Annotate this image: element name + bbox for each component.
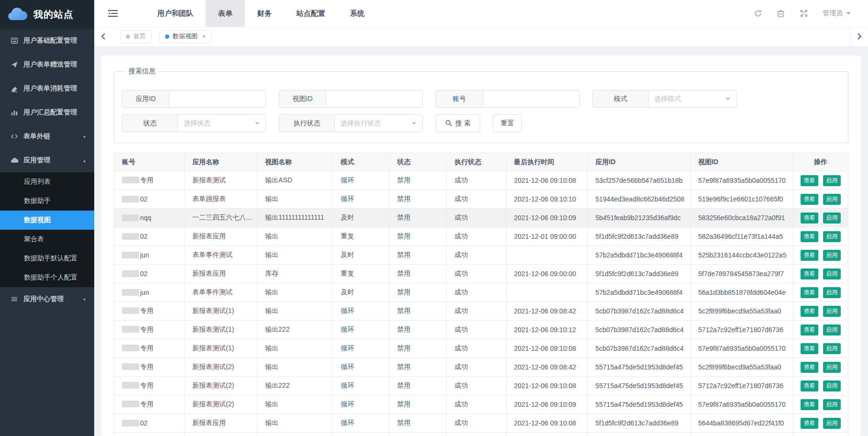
cell-actions: 查看 启用 — [793, 227, 848, 246]
enable-button[interactable]: 启用 — [823, 212, 841, 224]
sidebar-item-aggregate-table[interactable]: 聚合表 — [0, 230, 94, 249]
view-button[interactable]: 查看 — [801, 306, 818, 317]
reset-button[interactable]: 重置 — [493, 114, 522, 132]
view-button[interactable]: 查看 — [801, 231, 818, 242]
view-button[interactable]: 查看 — [801, 194, 818, 205]
cell-status: 禁用 — [389, 171, 447, 190]
top-menu-system[interactable]: 系统 — [338, 0, 377, 27]
enable-button[interactable]: 启用 — [823, 324, 841, 335]
enable-button[interactable]: 启用 — [823, 287, 841, 298]
sidebar-item-summary-config[interactable]: 用户汇总配置管理 — [0, 101, 94, 124]
view-button[interactable]: 查看 — [801, 175, 818, 186]
cell-view-name: 输出11111111111111 — [257, 209, 333, 227]
cell-view-name: 输出 — [257, 358, 333, 377]
exec-status-select[interactable]: 选择执行状态 — [335, 115, 422, 132]
cell-last-exec-time: 2021-12-06 09:10:08 — [506, 339, 587, 358]
cell-app-id: 5f1d5fc9f2d613c7add36e89 — [588, 227, 691, 246]
cell-account: 02 — [114, 265, 185, 283]
enable-button[interactable]: 启用 — [823, 306, 841, 317]
cell-app-name: 新报表测试(2) — [185, 395, 257, 414]
view-button[interactable]: 查看 — [801, 343, 818, 354]
sidebar-item-label: 用户表单消耗管理 — [23, 84, 77, 93]
sidebar-item-app-center-management[interactable]: 应用中心管理 ▾ — [0, 287, 94, 311]
collapse-sidebar-icon[interactable] — [108, 9, 120, 18]
tab-home[interactable]: 首页 — [120, 30, 152, 43]
top-menu-users-teams[interactable]: 用户和团队 — [145, 0, 206, 27]
cell-account: jun — [114, 283, 185, 302]
fullscreen-icon[interactable] — [800, 9, 808, 18]
sidebar-item-assistant-default-config[interactable]: 数据助手默认配置 — [0, 249, 94, 268]
tabs-scroll-left-icon[interactable] — [94, 27, 112, 46]
top-menu-finance[interactable]: 财务 — [245, 0, 284, 27]
table-row: 02 新报表应用 输出 循环 禁用 成功 2021-12-06 09:10:08… — [114, 414, 848, 433]
view-button[interactable]: 查看 — [801, 362, 818, 373]
search-button[interactable]: 搜 索 — [436, 114, 480, 132]
enable-button[interactable]: 启用 — [823, 418, 841, 429]
enable-button[interactable]: 启用 — [823, 343, 841, 354]
view-button[interactable]: 查看 — [801, 380, 818, 391]
enable-button[interactable]: 启用 — [823, 399, 841, 410]
reset-button-label: 重置 — [501, 119, 514, 128]
redacted-block — [122, 252, 139, 258]
chevron-down-icon — [255, 122, 260, 125]
sidebar-item-assistant-personal-config[interactable]: 数据助手个人配置 — [0, 268, 94, 287]
account-input[interactable] — [483, 90, 579, 107]
cell-app-name: 新报表测试(2) — [185, 377, 257, 395]
user-menu[interactable]: 管理员 — [823, 9, 851, 18]
sidebar-item-app-list[interactable]: 应用列表 — [0, 172, 94, 191]
sidebar-item-form-gift[interactable]: 用户表单赠送管理 — [0, 53, 94, 77]
sidebar-item-data-view[interactable]: 数据视图 — [0, 211, 94, 230]
sidebar-item-form-external-link[interactable]: 表单外链 ▾ — [0, 124, 94, 148]
sidebar-item-form-consume[interactable]: 用户表单消耗管理 — [0, 77, 94, 101]
chevron-down-icon — [846, 12, 851, 15]
view-button[interactable]: 查看 — [801, 324, 818, 335]
view-button[interactable]: 查看 — [801, 399, 818, 410]
cell-actions: 查看 启用 — [793, 302, 848, 321]
tab-dot — [165, 34, 169, 39]
cell-last-exec-time: 2021-12-06 09:10:09 — [506, 395, 587, 414]
sidebar-item-app-management[interactable]: 应用管理 ▴ — [0, 148, 94, 172]
tab-data-view[interactable]: 数据视图 × — [159, 30, 211, 43]
cell-mode: 循环 — [333, 377, 389, 395]
sidebar-item-data-assistant[interactable]: 数据助手 — [0, 191, 94, 211]
cell-actions: 查看 启用 — [793, 283, 848, 302]
enable-button[interactable]: 启用 — [823, 194, 841, 205]
app-id-input[interactable] — [169, 90, 265, 107]
app-id-label: 应用ID — [122, 90, 169, 107]
search-panel: 搜索信息 应用ID 视图ID 账号 模式 选择模式 — [114, 67, 848, 143]
enable-button[interactable]: 启用 — [823, 268, 841, 279]
cell-last-exec-time: 2021-12-06 09:10:09 — [506, 433, 587, 436]
eraser-icon — [11, 85, 19, 93]
tag-tab-bar: 首页 数据视图 × — [94, 27, 868, 46]
view-button[interactable]: 查看 — [801, 418, 818, 429]
view-button[interactable]: 查看 — [801, 287, 818, 298]
enable-button[interactable]: 启用 — [823, 362, 841, 373]
enable-button[interactable]: 启用 — [823, 231, 841, 242]
enable-button[interactable]: 启用 — [823, 380, 841, 391]
refresh-icon[interactable] — [754, 9, 762, 18]
tabs-scroll-right-icon[interactable] — [850, 27, 868, 46]
close-icon[interactable]: × — [202, 33, 206, 40]
view-button[interactable]: 查看 — [801, 212, 818, 224]
app-management-submenu: 应用列表 数据助手 数据视图 聚合表 数据助手默认配置 数据助手个人配置 — [0, 172, 94, 287]
top-menu-forms[interactable]: 表单 — [206, 0, 245, 27]
view-id-input[interactable] — [326, 90, 422, 107]
view-button[interactable]: 查看 — [801, 268, 818, 279]
chevron-down-icon — [412, 122, 417, 125]
cell-exec-status: 成功 — [447, 358, 506, 377]
account-field-group: 账号 — [436, 90, 580, 108]
mode-select[interactable]: 选择模式 — [648, 90, 736, 107]
bar-chart-icon — [11, 109, 19, 117]
trash-icon[interactable] — [777, 9, 785, 18]
status-select[interactable]: 选择状态 — [178, 115, 265, 132]
cell-mode: 循环 — [333, 395, 389, 414]
exec-status-select-placeholder: 选择执行状态 — [341, 119, 381, 128]
cell-status: 禁用 — [389, 377, 447, 395]
view-button[interactable]: 查看 — [801, 250, 818, 261]
redacted-block — [122, 270, 139, 277]
enable-button[interactable]: 启用 — [823, 175, 841, 186]
sidebar-item-user-base-config[interactable]: 用户基础配置管理 — [0, 29, 94, 53]
cell-actions: 查看 启用 — [793, 190, 848, 209]
enable-button[interactable]: 启用 — [823, 250, 841, 261]
top-menu-site-config[interactable]: 站点配置 — [284, 0, 338, 27]
